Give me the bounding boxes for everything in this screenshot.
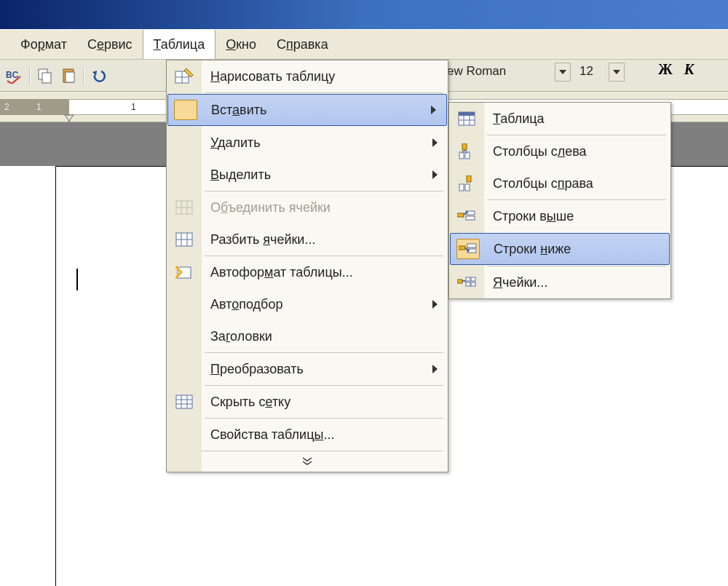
insert-rows-above-item[interactable]: Строки выше bbox=[449, 200, 670, 232]
menu-bar: Формат Сервис Таблица Окно Справка bbox=[0, 29, 728, 60]
rows-above-icon bbox=[455, 206, 478, 226]
font-size-display[interactable]: 12 bbox=[575, 61, 613, 82]
submenu-arrow-icon bbox=[431, 106, 436, 114]
headings-item[interactable]: Заголовки bbox=[167, 320, 448, 352]
insert-table-icon bbox=[455, 108, 478, 129]
title-bar bbox=[0, 0, 728, 29]
menu-help[interactable]: Справка bbox=[266, 30, 339, 59]
svg-rect-43 bbox=[457, 280, 462, 283]
svg-rect-40 bbox=[471, 277, 475, 281]
autofit-item[interactable]: Автоподбор bbox=[167, 288, 448, 320]
paste-button[interactable] bbox=[58, 65, 79, 87]
submenu-arrow-icon bbox=[432, 138, 438, 147]
text-cursor bbox=[76, 269, 78, 290]
svg-rect-35 bbox=[457, 213, 464, 217]
merge-cells-icon bbox=[173, 197, 196, 218]
delete-item[interactable]: Удалить bbox=[167, 127, 448, 159]
undo-button[interactable] bbox=[88, 65, 110, 87]
svg-rect-36 bbox=[467, 244, 476, 248]
svg-rect-4 bbox=[66, 72, 74, 82]
table-properties-item[interactable]: Свойства таблицы... bbox=[167, 419, 448, 451]
split-cells-icon bbox=[173, 229, 196, 250]
insert-submenu: Таблица Столбцы слева Столбцы справа Стр… bbox=[448, 102, 671, 299]
columns-right-icon bbox=[455, 173, 478, 194]
rows-below-icon bbox=[456, 239, 480, 259]
svg-rect-2 bbox=[42, 73, 51, 83]
toolbar-separator-2 bbox=[83, 67, 84, 84]
merge-cells-item: Объединить ячейки bbox=[167, 191, 448, 223]
menu-service[interactable]: Сервис bbox=[77, 30, 143, 59]
table-menu: Нарисовать таблицу Вставить Удалить Выде… bbox=[166, 60, 448, 472]
draw-table-icon bbox=[173, 66, 196, 87]
svg-rect-23 bbox=[459, 112, 475, 116]
draw-table-item[interactable]: Нарисовать таблицу bbox=[167, 60, 448, 92]
insert-cells-icon bbox=[455, 272, 478, 293]
svg-rect-34 bbox=[466, 216, 475, 220]
autoformat-item[interactable]: Автоформат таблицы... bbox=[167, 256, 448, 288]
font-size-dropdown-arrow[interactable] bbox=[609, 63, 625, 82]
hide-grid-icon bbox=[173, 392, 196, 412]
svg-rect-31 bbox=[465, 184, 470, 191]
columns-left-icon bbox=[455, 141, 478, 162]
font-name-dropdown-arrow[interactable] bbox=[555, 63, 571, 82]
toolbar-separator-1 bbox=[29, 67, 31, 84]
svg-rect-39 bbox=[466, 277, 470, 281]
font-style-group: Ж К bbox=[658, 61, 694, 78]
insert-rows-below-item[interactable]: Строки ниже bbox=[450, 233, 670, 265]
hide-grid-item[interactable]: Скрыть сетку bbox=[167, 386, 448, 418]
svg-rect-29 bbox=[462, 143, 467, 150]
select-item[interactable]: Выделить bbox=[167, 159, 448, 191]
submenu-arrow-icon bbox=[432, 170, 438, 179]
split-cells-item[interactable]: Разбить ячейки... bbox=[167, 223, 448, 256]
svg-rect-32 bbox=[467, 175, 471, 182]
copy-button[interactable] bbox=[34, 65, 56, 87]
insert-icon bbox=[174, 100, 197, 120]
svg-rect-41 bbox=[466, 282, 470, 286]
bold-button[interactable]: Ж bbox=[658, 61, 673, 78]
expand-menu-chevrons[interactable] bbox=[167, 451, 448, 472]
italic-button[interactable]: К bbox=[684, 61, 695, 78]
svg-rect-17 bbox=[176, 395, 192, 408]
insert-columns-right-item[interactable]: Столбцы справа bbox=[449, 167, 670, 199]
submenu-arrow-icon bbox=[432, 365, 438, 373]
insert-item[interactable]: Вставить bbox=[167, 94, 447, 126]
insert-columns-left-item[interactable]: Столбцы слева bbox=[449, 135, 670, 167]
font-name-display[interactable]: ew Roman bbox=[447, 61, 506, 82]
menu-table[interactable]: Таблица bbox=[143, 30, 216, 59]
spellcheck-button[interactable]: BC bbox=[4, 65, 25, 87]
insert-table-item[interactable]: Таблица bbox=[449, 103, 670, 135]
svg-rect-42 bbox=[471, 282, 475, 286]
menu-window[interactable]: Окно bbox=[215, 30, 266, 59]
convert-item[interactable]: Преобразовать bbox=[167, 353, 448, 385]
submenu-arrow-icon bbox=[432, 300, 438, 309]
autoformat-icon bbox=[173, 262, 196, 282]
svg-rect-30 bbox=[459, 184, 464, 191]
insert-cells-item[interactable]: Ячейки... bbox=[449, 266, 670, 298]
svg-rect-38 bbox=[459, 246, 465, 250]
menu-format[interactable]: Формат bbox=[10, 30, 77, 59]
